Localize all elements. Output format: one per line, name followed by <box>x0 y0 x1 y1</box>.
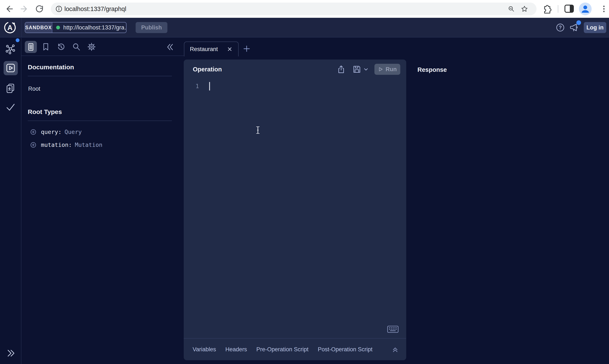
kebab-menu-icon[interactable] <box>599 4 609 14</box>
close-icon[interactable] <box>227 46 233 52</box>
root-types-title: Root Types <box>28 108 172 116</box>
plus-circle-icon[interactable] <box>30 129 36 135</box>
field-type[interactable]: Mutation <box>75 142 102 148</box>
publish-button[interactable]: Publish <box>136 22 168 33</box>
field-name[interactable]: query: <box>41 129 62 135</box>
root-type-row-mutation: mutation:Mutation <box>30 142 172 148</box>
endpoint-control: SANDBOX http://localhost:1337/gra… <box>25 22 127 33</box>
endpoint-url[interactable]: http://localhost:1337/gra… <box>63 24 127 31</box>
doc-title: Documentation <box>28 64 172 71</box>
operation-editor[interactable]: 1 <box>184 79 406 338</box>
extensions-icon[interactable] <box>542 4 552 14</box>
url-text[interactable]: localhost:1337/graphql <box>65 2 126 15</box>
settings-gear-icon[interactable] <box>87 42 96 52</box>
toolbar-divider <box>558 5 558 13</box>
response-title: Response <box>417 66 447 73</box>
header-divider <box>21 18 22 38</box>
expand-icon[interactable] <box>5 348 16 359</box>
sandbox-badge[interactable]: SANDBOX <box>25 23 52 33</box>
announcements-button[interactable] <box>569 22 580 33</box>
explorer-icon <box>5 63 16 74</box>
new-tab-icon[interactable] <box>243 45 251 53</box>
left-rail <box>0 38 21 364</box>
documentation-icon <box>26 42 36 52</box>
tab-restaurant[interactable]: Restaurant <box>184 41 239 56</box>
sandbox-header: A SANDBOX http://localhost:1337/gra… Pub… <box>0 18 609 38</box>
address-bar[interactable]: localhost:1337/graphql <box>51 2 537 15</box>
chevron-down-icon <box>363 67 368 72</box>
operation-footer: Variables Headers Pre-Operation Script P… <box>184 338 406 360</box>
main-area: Restaurant Operation Run 1 <box>184 38 609 364</box>
plus-circle-icon[interactable] <box>30 142 36 148</box>
collapse-up-icon[interactable] <box>391 346 399 353</box>
text-cursor <box>255 126 260 134</box>
app-body: Documentation Root Root Types query:Quer… <box>0 38 609 364</box>
pre-operation-script-tab[interactable]: Pre-Operation Script <box>256 346 309 353</box>
tab-label: Restaurant <box>190 46 227 52</box>
history-icon[interactable] <box>56 42 66 52</box>
text-caret <box>209 82 210 91</box>
forward-icon[interactable] <box>19 4 29 13</box>
variables-tab[interactable]: Variables <box>193 346 216 353</box>
svg-text:?: ? <box>559 25 562 30</box>
apollo-logo[interactable]: A <box>3 21 17 34</box>
line-number: 1 <box>192 83 199 90</box>
doc-tab-documentation-active[interactable] <box>25 41 37 53</box>
reload-icon[interactable] <box>35 4 44 13</box>
person-icon <box>579 2 592 15</box>
keyboard-icon[interactable] <box>387 325 399 333</box>
notification-dot <box>576 20 581 25</box>
divider <box>28 76 172 76</box>
operation-panel: Operation Run 1 Variables Heade <box>184 60 406 360</box>
operation-title: Operation <box>193 66 330 73</box>
doc-root-link[interactable]: Root <box>28 86 172 92</box>
save-group[interactable] <box>352 65 368 74</box>
run-label: Run <box>386 66 397 73</box>
zoom-out-icon[interactable] <box>508 6 515 12</box>
field-name[interactable]: mutation: <box>41 142 72 148</box>
search-icon[interactable] <box>71 42 81 52</box>
connection-status-dot <box>56 26 60 29</box>
schema-graph-icon[interactable] <box>5 44 16 55</box>
collapse-panel-icon[interactable] <box>166 42 175 52</box>
schema-notification-dot <box>16 38 19 42</box>
headers-tab[interactable]: Headers <box>225 346 247 353</box>
post-operation-script-tab[interactable]: Post-Operation Script <box>318 346 373 353</box>
play-icon <box>378 67 383 72</box>
svg-text:A: A <box>7 24 13 32</box>
documentation-panel: Documentation Root Root Types query:Quer… <box>21 38 184 364</box>
endpoint-input[interactable]: http://localhost:1337/gra… <box>52 23 127 33</box>
operation-collection-icon[interactable] <box>5 83 16 94</box>
divider <box>28 120 172 121</box>
star-icon[interactable] <box>521 5 528 13</box>
doc-content: Documentation Root Root Types query:Quer… <box>21 56 184 148</box>
root-type-row-query: query:Query <box>30 129 172 135</box>
back-icon[interactable] <box>5 4 14 13</box>
save-icon <box>352 65 362 74</box>
field-type[interactable]: Query <box>65 129 82 135</box>
login-button[interactable]: Log in <box>584 22 606 33</box>
rail-item-explorer-active[interactable] <box>4 61 18 75</box>
profile-avatar[interactable] <box>579 2 592 15</box>
bookmark-icon[interactable] <box>41 42 51 52</box>
run-button[interactable]: Run <box>375 64 400 75</box>
side-panel-icon[interactable] <box>564 4 574 14</box>
checks-icon[interactable] <box>5 102 16 113</box>
browser-toolbar: localhost:1337/graphql <box>0 0 609 18</box>
info-icon[interactable] <box>55 5 62 12</box>
doc-toolbar <box>21 38 184 56</box>
operation-header: Operation Run <box>184 60 406 79</box>
help-icon[interactable]: ? <box>555 22 566 33</box>
share-icon[interactable] <box>336 65 346 74</box>
